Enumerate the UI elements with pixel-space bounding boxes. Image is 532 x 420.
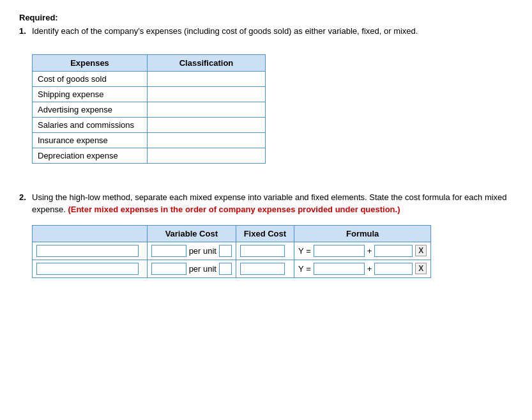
classification-input-5[interactable]	[153, 136, 260, 145]
close-button-2[interactable]: X	[415, 263, 427, 274]
variable-cost-input-1[interactable]	[151, 245, 186, 257]
per-unit-label-1: per unit	[189, 246, 217, 256]
mixed-expenses-table: Variable Cost Fixed Cost Formula per uni…	[32, 225, 431, 278]
mixed-expense-input-2[interactable]	[36, 263, 139, 275]
table1-container: Expenses Classification Cost of goods so…	[32, 54, 266, 164]
table2-container: Variable Cost Fixed Cost Formula per uni…	[32, 225, 431, 278]
variable-cost-col-2[interactable]: per unit	[148, 260, 236, 277]
classification-input-3[interactable]	[153, 105, 260, 114]
classification-input-1[interactable]	[153, 74, 260, 84]
mixed-expense-input-1[interactable]	[36, 245, 139, 257]
table-row: Depreciation expense	[33, 148, 266, 163]
table1-header-classification: Classification	[148, 54, 266, 71]
y-eq-label-1: Y =	[298, 246, 311, 256]
table2-header-variable-cost: Variable Cost	[148, 225, 236, 242]
classification-cell-1[interactable]	[148, 71, 266, 86]
variable-cost-col-1[interactable]: per unit	[148, 242, 236, 260]
mixed-expense-input-col-1[interactable]	[33, 242, 148, 260]
formula-input-1b[interactable]	[374, 245, 413, 257]
question1-number: 1.	[19, 25, 28, 38]
table-row: Salaries and commissions	[33, 117, 266, 132]
fixed-cost-input-1[interactable]	[240, 245, 285, 257]
question2-number: 2.	[19, 191, 28, 216]
expense-cell-5: Insurance expense	[33, 132, 148, 148]
classification-cell-2[interactable]	[148, 86, 266, 102]
classification-cell-6[interactable]	[148, 148, 266, 163]
table-row: per unit Y = + X	[33, 260, 431, 277]
expense-cell-2: Shipping expense	[33, 86, 148, 102]
expense-cell-6: Depreciation expense	[33, 148, 148, 163]
formula-input-1a[interactable]	[314, 245, 365, 257]
fixed-cost-input-2[interactable]	[240, 263, 285, 275]
question2-text: Using the high-low method, separate each…	[32, 191, 513, 216]
plus-label-1: +	[367, 246, 372, 256]
expense-cell-1: Cost of goods sold	[33, 71, 148, 86]
table-row: Advertising expense	[33, 102, 266, 117]
question1-text: Identify each of the company's expenses …	[32, 25, 418, 38]
required-label: Required:	[19, 13, 513, 22]
classification-cell-5[interactable]	[148, 132, 266, 148]
plus-label-2: +	[367, 264, 372, 274]
table2-header-fixed-cost: Fixed Cost	[236, 225, 294, 242]
table-row: Insurance expense	[33, 132, 266, 148]
variable-cost-input-2[interactable]	[151, 263, 186, 275]
table-row: Cost of goods sold	[33, 71, 266, 86]
y-eq-label-2: Y =	[298, 264, 311, 274]
table1-header-expenses: Expenses	[33, 54, 148, 71]
table-row: Shipping expense	[33, 86, 266, 102]
variable-cost-input-2b[interactable]	[219, 263, 232, 275]
classification-input-2[interactable]	[153, 89, 260, 99]
table2-header-formula: Formula	[294, 225, 431, 242]
formula-col-1: Y = + X	[294, 242, 431, 260]
classification-cell-4[interactable]	[148, 117, 266, 132]
expenses-classification-table: Expenses Classification Cost of goods so…	[32, 54, 266, 164]
expense-cell-3: Advertising expense	[33, 102, 148, 117]
variable-cost-input-1b[interactable]	[219, 245, 232, 257]
formula-input-2b[interactable]	[374, 263, 413, 275]
question1: 1. Identify each of the company's expens…	[19, 25, 513, 38]
fixed-cost-col-1[interactable]	[236, 242, 294, 260]
mixed-expense-input-col-2[interactable]	[33, 260, 148, 277]
formula-input-2a[interactable]	[314, 263, 365, 275]
formula-col-2: Y = + X	[294, 260, 431, 277]
table2-header-expense	[33, 225, 148, 242]
classification-input-6[interactable]	[153, 151, 260, 160]
fixed-cost-col-2[interactable]	[236, 260, 294, 277]
classification-cell-3[interactable]	[148, 102, 266, 117]
close-button-1[interactable]: X	[415, 245, 427, 256]
table-row: per unit Y = + X	[33, 242, 431, 260]
expense-cell-4: Salaries and commissions	[33, 117, 148, 132]
per-unit-label-2: per unit	[189, 264, 217, 274]
question2-text-highlight: (Enter mixed expenses in the order of co…	[68, 205, 400, 214]
classification-input-4[interactable]	[153, 120, 260, 130]
section2: 2. Using the high-low method, separate e…	[19, 191, 513, 280]
